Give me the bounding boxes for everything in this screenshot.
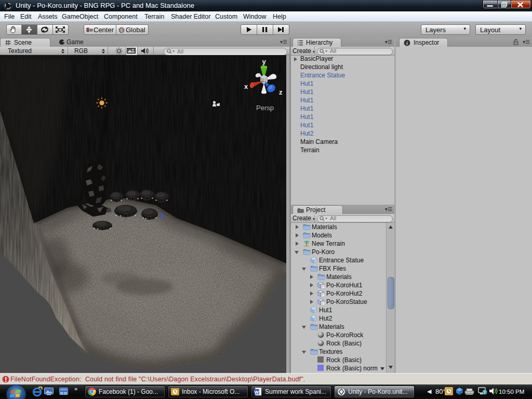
svg-text:y: y [262, 58, 266, 65]
svg-text:W: W [255, 390, 259, 395]
svg-text:x: x [244, 83, 248, 90]
svg-text:Persp: Persp [256, 104, 274, 112]
svg-text:z: z [279, 88, 283, 96]
